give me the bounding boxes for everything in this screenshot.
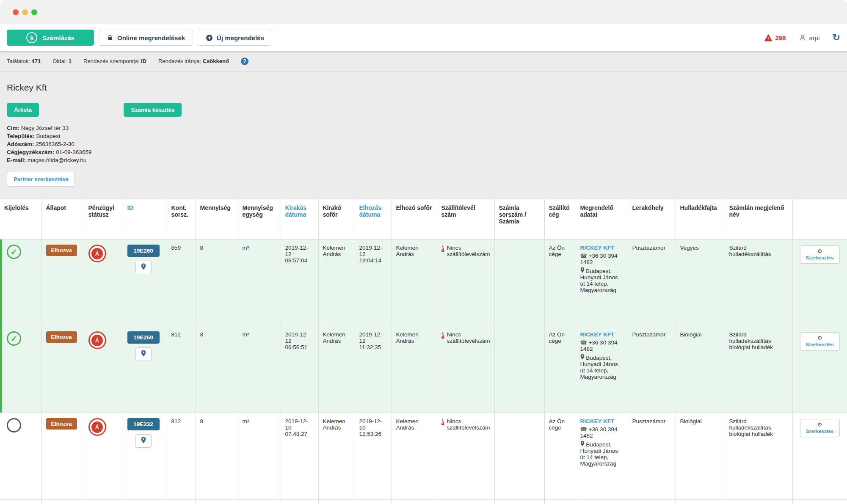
- order-id-badge[interactable]: 19E259: [127, 331, 160, 344]
- delivery-note-warning: ! Nincs szállítólevélszám: [441, 331, 490, 344]
- check-icon: ✓: [11, 334, 17, 344]
- help-icon[interactable]: ?: [241, 58, 248, 65]
- quantity-unit: m³: [238, 413, 281, 500]
- invoice-display-name: Szilárd hulladékszállítás biológiai hull…: [725, 413, 792, 500]
- warning-triangle-icon: !: [441, 418, 444, 425]
- dropoff-date: 2019-12-12 06:57:04: [281, 240, 318, 326]
- kont-sorsz-value: 859: [167, 240, 196, 326]
- edit-partner-button[interactable]: Partner szerkesztése: [7, 172, 75, 187]
- sort-field: Rendezés szempontja: ID: [83, 58, 146, 64]
- navbar: k Számlázás Online megrendelések Új megr…: [0, 24, 847, 51]
- map-pin-button[interactable]: [135, 434, 152, 448]
- navbar-right: ! 298 arpi ↻: [764, 33, 840, 42]
- gear-icon: ⚙: [802, 422, 838, 428]
- col-id-sortable[interactable]: ID: [123, 199, 167, 240]
- billing-nav-button[interactable]: k Számlázás: [7, 30, 94, 46]
- status-badge: Elhozva: [46, 331, 77, 343]
- results-count: Találatok: 471: [7, 58, 41, 64]
- new-order-button[interactable]: Új megrendelés: [198, 30, 272, 46]
- quantity-value: 8: [196, 240, 238, 326]
- results-statusbar: Találatok: 471 Oldal: 1 Rendezés szempon…: [0, 51, 847, 72]
- user-menu[interactable]: arpi: [799, 34, 820, 41]
- new-order-label: Új megrendelés: [217, 34, 264, 41]
- invoice-number: [494, 500, 544, 504]
- disposal-site: Pusztazámor: [628, 413, 676, 500]
- customer-link[interactable]: RICKEY KFT: [580, 418, 615, 424]
- customer-address: Budapest, Hunyadi János út 14 telep, Mag…: [580, 267, 624, 293]
- disposal-site: Pusztazámor: [628, 326, 676, 413]
- pickup-driver: Kelemen András: [392, 240, 437, 326]
- row-select-checkbox[interactable]: ✓: [7, 331, 21, 346]
- waste-type: Biológiai: [676, 326, 725, 413]
- customer-link[interactable]: RICKEY KFT: [580, 245, 615, 251]
- alerts-count: 298: [775, 34, 786, 41]
- dropoff-date: 2019-12-10: [281, 500, 318, 504]
- col-elhozas-datuma-sortable[interactable]: Elhozás dátuma: [355, 199, 392, 240]
- dropoff-driver: Kelemen András: [318, 240, 355, 326]
- macos-titlebar: [0, 0, 847, 24]
- warning-triangle-icon: !: [764, 34, 773, 41]
- edit-order-button[interactable]: ⚙ Szerkesztés: [800, 419, 840, 437]
- phone-icon: ☎: [580, 253, 587, 259]
- col-penzugyi-statusz: Pénzügyi státusz: [84, 199, 123, 240]
- pickup-date: 2019-12-10 12:53:26: [355, 413, 392, 500]
- table-row: ✓ Elhozva Á 19E260 859 8 m³ 2019-12-12 0…: [0, 240, 847, 326]
- waste-type: Biológiai: [676, 500, 725, 504]
- online-orders-button[interactable]: Online megrendelések: [99, 30, 193, 46]
- refresh-icon[interactable]: ↻: [833, 33, 840, 42]
- col-szamla-sorszam: Számla sorszám / Számla: [494, 199, 544, 240]
- invoice-display-name: Szilárd hulladékszállítás: [725, 240, 792, 326]
- carrier-company: Az Ön cége: [544, 240, 576, 326]
- dropoff-driver: Kelemen András: [318, 326, 355, 413]
- location-pin-icon: [580, 441, 585, 446]
- customer-phone: ☎ +36 30 394 1482: [580, 253, 624, 265]
- map-pin-button[interactable]: [135, 347, 152, 361]
- dropoff-driver: Kelemen András: [318, 413, 355, 500]
- close-button[interactable]: [13, 9, 19, 15]
- order-id-badge[interactable]: 19E260: [127, 245, 160, 257]
- col-actions: [792, 199, 847, 240]
- pickup-driver: Kelemen András: [392, 500, 437, 504]
- customer-link[interactable]: RICKEY KFT: [580, 331, 615, 338]
- order-id-badge[interactable]: 19E232: [127, 418, 160, 430]
- edit-order-button[interactable]: ⚙ Szerkesztés: [800, 245, 840, 264]
- customer-details: RICKEY KFT ☎ +36 30 394 1482 Budapest, H…: [576, 326, 628, 413]
- alerts-indicator[interactable]: ! 298: [764, 34, 786, 41]
- shopping-bag-icon: [107, 34, 113, 41]
- customer-details: RICKEY KFT ☎ +36 30 394 1482 Budapest, H…: [576, 500, 628, 504]
- edit-order-button[interactable]: ⚙ Szerkesztés: [800, 332, 840, 350]
- partner-address: Cím: Nagy József tér 33: [7, 124, 840, 132]
- delivery-note-warning: ! Nincs szállítólevélszám: [441, 245, 490, 257]
- page-title: Rickey Kft: [7, 83, 840, 93]
- invoice-display-name: Szilárd hulladékszállítás biológiai hull…: [725, 500, 792, 504]
- quantity-unit: m³: [238, 240, 281, 326]
- customer-phone: ☎ +36 30 394 1482: [580, 426, 624, 439]
- carrier-company: Az Ön cége: [544, 413, 576, 500]
- col-megrendelo-adatai: Megrendelő adatai: [576, 199, 628, 240]
- username: arpi: [809, 34, 820, 41]
- dropoff-date: 2019-12-10 07:48:27: [281, 413, 318, 500]
- partner-tax-number: Adószám: 25636365-2-30: [7, 140, 840, 149]
- waste-type: Vegyes: [676, 240, 725, 326]
- dropoff-date: 2019-12-12 06:56:51: [281, 326, 318, 413]
- invoice-number: [494, 240, 544, 326]
- row-select-checkbox[interactable]: ✓: [7, 245, 21, 259]
- row-select-checkbox[interactable]: ✓: [7, 418, 21, 432]
- col-kirakas-datuma-sortable[interactable]: Kirakás dátuma: [281, 199, 318, 240]
- pickup-date: 2019-12-10: [355, 500, 392, 504]
- col-elhozo-sofor: Elhozó sofőr: [392, 199, 437, 240]
- price-list-button[interactable]: Árlista: [7, 103, 39, 117]
- map-pin-button[interactable]: [135, 261, 152, 274]
- user-icon: [799, 34, 806, 41]
- table-row: ✓ Elhozva Á 19E231 859 8 m³ 2019-12-10 K…: [0, 500, 847, 504]
- map-pin-icon: [141, 350, 146, 357]
- orders-table-body: ✓ Elhozva Á 19E260 859 8 m³ 2019-12-12 0…: [0, 240, 847, 504]
- plus-circle-icon: [206, 34, 213, 41]
- create-invoice-button[interactable]: Számla készítés: [124, 103, 182, 117]
- minimize-button[interactable]: [22, 9, 28, 15]
- col-szamlan-megjeleno-nev: Számlán megjelenő név: [725, 199, 792, 240]
- page-indicator: Oldal: 1: [52, 58, 72, 64]
- zoom-button[interactable]: [31, 9, 37, 15]
- financial-status-icon: Á: [88, 418, 106, 436]
- carrier-company: Az Ön cége: [544, 326, 576, 413]
